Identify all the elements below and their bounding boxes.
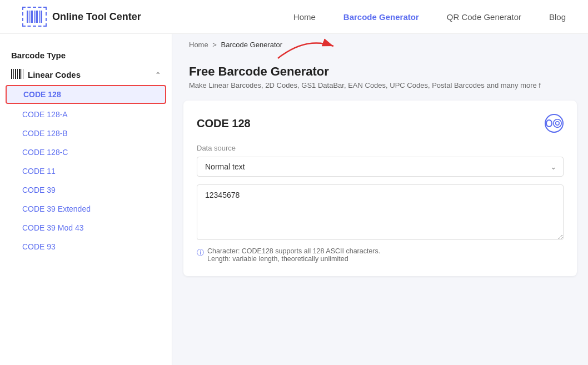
sidebar-section-title: Barcode Type [0, 45, 172, 66]
page-subtitle: Make Linear Barcodes, 2D Codes, GS1 Data… [189, 81, 571, 89]
barcode-section-icon [11, 69, 28, 81]
sidebar-item-code128a[interactable]: CODE 128-A [0, 105, 172, 124]
info-text: ⓘ Character: CODE128 supports all 128 AS… [197, 247, 564, 263]
svg-rect-6 [41, 11, 42, 23]
sidebar-item-code93[interactable]: CODE 93 [0, 237, 172, 256]
svg-rect-11 [17, 69, 18, 79]
svg-point-15 [554, 119, 562, 128]
svg-rect-9 [13, 69, 14, 79]
linear-codes-label: Linear Codes [28, 70, 81, 79]
sidebar: Barcode Type Linear Codes [0, 34, 172, 365]
page-title: Free Barcode Generator [189, 64, 571, 79]
barcode-card: CODE 128 Data source Normal text ⌄ 12345… [183, 101, 577, 276]
sidebar-item-code39[interactable]: CODE 39 [0, 181, 172, 199]
main-nav: Home Barcode Generator QR Code Generator… [293, 12, 566, 22]
page-header: Free Barcode Generator Make Linear Barco… [172, 56, 588, 95]
svg-rect-1 [29, 11, 31, 23]
nav-blog[interactable]: Blog [549, 12, 566, 22]
svg-rect-0 [27, 11, 28, 23]
data-source-label: Data source [197, 144, 564, 152]
card-title: CODE 128 [197, 117, 251, 130]
svg-rect-13 [22, 69, 22, 79]
logo-text: Online Tool Center [52, 11, 141, 23]
sidebar-item-code39mod43[interactable]: CODE 39 Mod 43 [0, 218, 172, 237]
sidebar-item-code128c[interactable]: CODE 128-C [0, 143, 172, 162]
data-source-select[interactable]: Normal text [197, 157, 564, 177]
svg-rect-2 [31, 11, 33, 23]
breadcrumb-separator: > [212, 41, 217, 49]
svg-rect-12 [19, 69, 21, 79]
svg-point-16 [556, 122, 560, 126]
nav-home[interactable]: Home [293, 12, 316, 22]
svg-rect-10 [15, 69, 16, 79]
info-icon: ⓘ [197, 248, 204, 263]
svg-rect-4 [36, 11, 38, 23]
breadcrumb: Home > Barcode Generator [172, 34, 588, 56]
main-layout: Barcode Type Linear Codes [0, 34, 588, 365]
svg-rect-8 [11, 69, 12, 79]
breadcrumb-current: Barcode Generator [221, 41, 283, 49]
breadcrumb-home[interactable]: Home [189, 41, 208, 49]
select-wrapper: Normal text ⌄ [197, 157, 564, 177]
nav-qr-code[interactable]: QR Code Generator [447, 12, 521, 22]
info-line1: Character: CODE128 supports all 128 ASCI… [207, 247, 380, 255]
linear-codes-section[interactable]: Linear Codes ⌃ [0, 66, 172, 84]
section-title-left: Linear Codes [11, 69, 81, 81]
settings-icon-button[interactable] [545, 114, 564, 133]
content-area: Home > Barcode Generator Free Barcode Ge… [172, 34, 588, 365]
sidebar-item-code128[interactable]: CODE 128 [6, 85, 166, 104]
card-header: CODE 128 [197, 114, 564, 133]
svg-rect-3 [34, 11, 35, 23]
barcode-type-label: Barcode Type [11, 51, 66, 60]
chevron-up-icon: ⌃ [155, 71, 161, 79]
info-line2: Length: variable length, theoretically u… [207, 255, 380, 263]
sidebar-item-code128b[interactable]: CODE 128-B [0, 124, 172, 143]
nav-barcode-generator[interactable]: Barcode Generator [343, 12, 419, 22]
svg-rect-14 [23, 69, 23, 79]
sidebar-item-code39ext[interactable]: CODE 39 Extended [0, 199, 172, 218]
barcode-input[interactable]: 12345678 [197, 184, 564, 240]
svg-rect-5 [39, 11, 40, 23]
info-content: Character: CODE128 supports all 128 ASCI… [207, 247, 380, 263]
logo-icon [22, 7, 47, 27]
sidebar-item-code11[interactable]: CODE 11 [0, 162, 172, 181]
logo-area: Online Tool Center [22, 7, 141, 27]
header: Online Tool Center Home Barcode Generato… [0, 0, 588, 34]
